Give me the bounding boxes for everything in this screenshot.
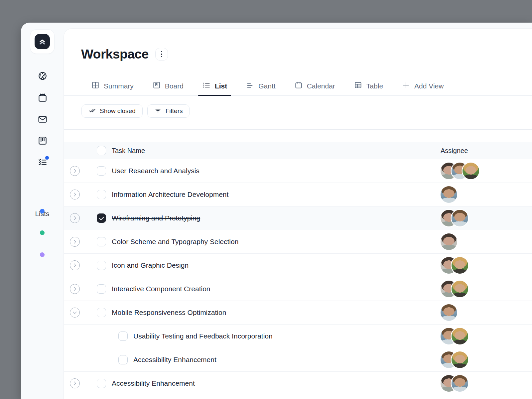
sidebar: Lists — [21, 23, 64, 399]
tab-label: Gantt — [258, 82, 275, 90]
task-checkbox[interactable] — [118, 332, 128, 341]
task-checkbox[interactable] — [97, 190, 106, 199]
calendar-icon — [294, 81, 303, 91]
sidebar-item-lists[interactable] — [37, 157, 48, 168]
task-checkbox[interactable] — [97, 379, 106, 388]
toolbar: Show closed Filters — [81, 104, 190, 118]
app-logo-button[interactable] — [30, 29, 55, 54]
kanban-icon — [37, 142, 48, 147]
task-checkbox[interactable] — [118, 355, 128, 364]
assignee-avatars — [441, 351, 468, 368]
expand-chevron-icon[interactable] — [70, 284, 80, 294]
list-dot-green[interactable] — [40, 230, 45, 235]
bullet-list-icon — [202, 81, 211, 91]
avatar-woman-green[interactable] — [463, 163, 479, 179]
task-row[interactable]: Wireframing and Prototyping — [64, 206, 532, 230]
expand-chevron-icon[interactable] — [70, 378, 80, 388]
filters-label: Filters — [166, 107, 183, 115]
collapse-chevron-icon[interactable] — [70, 308, 80, 318]
task-name: Accessibility Enhancement — [112, 379, 195, 387]
assignee-avatars — [441, 257, 468, 274]
page-title: Workspace — [81, 47, 149, 62]
task-row[interactable]: Information Architecture Development — [64, 183, 532, 206]
assignee-avatars — [441, 328, 468, 344]
task-row[interactable]: Mobile Responsiveness Optimization — [64, 301, 532, 325]
assignee-avatars — [441, 375, 468, 392]
tab-summary[interactable]: Summary — [91, 76, 134, 95]
task-name: Color Scheme and Typography Selection — [112, 238, 238, 246]
filter-icon — [154, 107, 162, 116]
task-checkbox[interactable] — [97, 237, 106, 246]
table-header-row: Task Name Assignee — [64, 142, 532, 159]
avatar-woman-green[interactable] — [452, 281, 468, 297]
task-name: Interactive Component Creation — [112, 285, 210, 293]
checklist-icon — [37, 164, 48, 169]
task-checkbox[interactable] — [97, 166, 106, 176]
select-all-checkbox[interactable] — [97, 146, 106, 155]
workspace-menu-button[interactable] — [155, 48, 168, 61]
avatar-man-blue[interactable] — [441, 304, 457, 321]
task-row[interactable]: Color Scheme and Typography Selection — [64, 230, 532, 254]
task-checkbox[interactable] — [97, 213, 106, 223]
assignee-avatars — [441, 304, 457, 321]
task-rows: User Research and Analysis Information A… — [64, 159, 532, 395]
task-table: Task Name Assignee User Research and Ana… — [64, 142, 532, 399]
expand-chevron-icon[interactable] — [70, 260, 80, 270]
assignee-avatars — [441, 186, 457, 203]
tab-gantt[interactable]: Gantt — [246, 76, 275, 95]
tab-add-view[interactable]: Add View — [402, 76, 444, 95]
sidebar-item-inbox[interactable] — [37, 114, 48, 125]
sidebar-item-board[interactable] — [37, 135, 48, 146]
avatar-woman-green[interactable] — [452, 328, 468, 344]
task-row[interactable]: Accessibility Enhancement — [64, 348, 532, 372]
avatar-woman-green[interactable] — [452, 351, 468, 368]
tab-calendar[interactable]: Calendar — [294, 76, 335, 95]
task-checkbox[interactable] — [97, 261, 106, 270]
task-name: Accessibility Enhancement — [133, 356, 216, 364]
assignee-avatars — [441, 210, 468, 226]
task-row[interactable]: Interactive Component Creation — [64, 277, 532, 301]
plus-icon — [402, 81, 410, 91]
task-name: Icon and Graphic Design — [112, 261, 189, 269]
section-divider — [64, 129, 532, 130]
expand-chevron-icon[interactable] — [70, 190, 80, 200]
expand-chevron-icon[interactable] — [70, 166, 80, 176]
filters-button[interactable]: Filters — [147, 104, 190, 118]
double-chevron-up-icon — [35, 34, 50, 49]
show-closed-button[interactable]: Show closed — [81, 104, 143, 118]
tab-label: Add View — [414, 82, 444, 90]
page-header: Workspace — [81, 47, 168, 62]
task-name: Usability Testing and Feedback Incorpora… — [133, 332, 273, 340]
task-row[interactable]: User Research and Analysis — [64, 159, 532, 183]
gauge-icon — [37, 77, 48, 82]
task-checkbox[interactable] — [97, 284, 106, 294]
double-check-icon — [88, 107, 96, 116]
assignee-column-header: Assignee — [441, 147, 468, 155]
task-name: Wireframing and Prototyping — [112, 214, 200, 222]
gantt-icon — [246, 81, 254, 91]
avatar-man-blue[interactable] — [452, 210, 468, 226]
tab-table[interactable]: Table — [354, 76, 383, 95]
calendar-arrow-icon — [37, 99, 48, 104]
avatar-woman-gray[interactable] — [441, 233, 457, 250]
list-dot-blue[interactable] — [40, 209, 45, 213]
list-dot-purple[interactable] — [40, 252, 45, 257]
expand-chevron-icon[interactable] — [70, 213, 80, 223]
task-row[interactable]: Icon and Graphic Design — [64, 254, 532, 277]
task-row[interactable]: Accessibility Enhancement — [64, 372, 532, 395]
task-name: User Research and Analysis — [112, 167, 200, 175]
tab-label: Board — [165, 82, 184, 90]
task-checkbox[interactable] — [97, 308, 106, 317]
tab-label: List — [215, 82, 227, 90]
avatar-man-blue[interactable] — [452, 375, 468, 392]
main-panel: Workspace Summary Board — [64, 28, 532, 399]
expand-chevron-icon[interactable] — [70, 237, 80, 247]
avatar-man-blue[interactable] — [441, 186, 457, 203]
avatar-woman-green[interactable] — [452, 257, 468, 274]
tab-board[interactable]: Board — [152, 76, 184, 95]
sidebar-item-dashboard[interactable] — [37, 71, 48, 81]
tab-list[interactable]: List — [202, 76, 227, 95]
task-row[interactable]: Usability Testing and Feedback Incorpora… — [64, 325, 532, 348]
sidebar-item-calendar[interactable] — [37, 92, 48, 103]
mail-icon — [37, 121, 48, 126]
